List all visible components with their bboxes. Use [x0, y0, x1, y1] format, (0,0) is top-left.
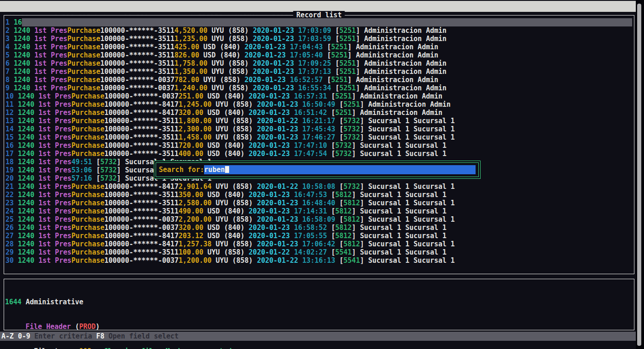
transaction-type: Purchase: [72, 199, 105, 207]
record-row[interactable]: 14 1240 1st PresPurchase100000-******-35…: [5, 125, 634, 133]
transaction-type: Purchase: [67, 76, 100, 84]
search-label: Search for:: [159, 166, 204, 174]
record-row[interactable]: 28 1240 1st PresPurchase100000-******-84…: [5, 240, 634, 248]
amount: 2,300.00: [178, 125, 211, 133]
amount: 490.00: [178, 207, 203, 215]
merchant-name: Administracion Admin: [364, 35, 447, 43]
record-row[interactable]: 25 1240 1st PresPurchase100000-******-00…: [5, 215, 634, 224]
record-row[interactable]: 17 1240 1st PresPurchase100000-******-35…: [5, 150, 634, 158]
bracket-close: ]: [356, 26, 360, 35]
record-type-name: 1st Pres: [34, 76, 67, 84]
currency-code: (858): [232, 215, 253, 224]
record-row[interactable]: 24 1240 1st PresPurchase100000-******-35…: [5, 207, 634, 215]
transaction-time: 17:04:43: [290, 43, 323, 51]
record-row[interactable]: 6 1240 1st PresPurchase100000-******-351…: [5, 59, 634, 68]
transaction-time: 16:57:31: [294, 92, 327, 100]
bracket-close: ]: [352, 224, 356, 232]
record-row[interactable]: 26 1240 1st PresPurchase100000-******-00…: [5, 224, 634, 232]
transaction-date: 2020-01-22: [249, 248, 290, 256]
record-row[interactable]: 13 1240 1st PresPurchase100000-******-35…: [5, 117, 634, 125]
currency-code: (858): [232, 182, 253, 191]
bracket-close: ]: [352, 248, 356, 256]
currency: UYU: [212, 26, 224, 35]
record-row[interactable]: 7 1240 1st PresPurchase100000-******-351…: [5, 68, 634, 76]
hotkey-label: Enter criteria: [34, 332, 92, 340]
record-row[interactable]: 8 1240 1st PresPurchase100000-******-003…: [5, 76, 634, 84]
transaction-time: 16:55:34: [298, 84, 331, 92]
card-number: 100000-******-8417: [105, 240, 179, 248]
mcc-code: 5732: [344, 182, 360, 191]
amount: 2,200.00: [178, 215, 211, 224]
record-type-code: 1240: [14, 76, 30, 84]
record-row[interactable]: 10 1240 1st PresPurchase100000-******-00…: [5, 92, 634, 100]
record-row[interactable]: 12 1240 1st PresPurchase100000-******-84…: [5, 109, 634, 117]
transaction-date: 2020-01-23: [249, 207, 290, 215]
row-number: 22: [5, 191, 14, 199]
card-number: 100000-******-3511: [100, 68, 175, 76]
record-row[interactable]: 5 1240 1st PresPurchase100000-******-351…: [5, 51, 634, 59]
transaction-type: Purchase: [72, 224, 105, 232]
hotkey[interactable]: F8: [96, 332, 105, 340]
scrollbar-track[interactable]: [636, 0, 644, 349]
card-number: 100000-******-3511: [105, 248, 179, 256]
amount: 2,580.00: [178, 199, 211, 207]
mcc-code: 5732: [100, 166, 117, 174]
hotkey[interactable]: A-Z: [1, 332, 14, 340]
row-number: 3: [5, 35, 10, 43]
row-number: 2: [5, 26, 10, 35]
hotkey[interactable]: 0-9: [18, 332, 30, 340]
record-row[interactable]: 15 1240 1st PresPurchase100000-******-35…: [5, 133, 634, 141]
record-list-panel: Record list 1 1644 File HeaderPROD 2020-…: [4, 15, 634, 274]
bracket-close: ]: [356, 68, 360, 76]
row-number: 20: [5, 174, 14, 182]
card-number: 100000-******-0037: [100, 76, 175, 84]
amount: 100.00: [178, 248, 203, 256]
transaction-time: 16:21:17: [302, 117, 335, 125]
record-type-code: 1240: [18, 92, 34, 100]
transaction-date: 2020-01-23: [253, 35, 294, 43]
amount: 251.00: [178, 92, 203, 100]
record-row-selected[interactable]: 1 1644 File HeaderPROD 2020-Jan-27 Proc.…: [5, 18, 634, 26]
key-hints-bar: A-Z 0-9 Enter criteria F8 Open field sel…: [0, 332, 636, 341]
amount: 782.00: [174, 76, 199, 84]
hotkey-label: Open field select: [109, 332, 179, 340]
scrollbar-thumb[interactable]: [637, 4, 641, 346]
row-number: 11: [5, 100, 14, 109]
record-row[interactable]: 2 1240 1st PresPurchase100000-******-351…: [5, 26, 634, 35]
record-type-code: 1240: [18, 100, 34, 109]
transaction-date: 2020-01-23: [249, 109, 290, 117]
record-row[interactable]: 11 1240 1st PresPurchase100000-******-84…: [5, 100, 634, 109]
record-row[interactable]: 29 1240 1st PresPurchase100000-******-35…: [5, 248, 634, 256]
card-number: 100000-******-0037: [105, 215, 179, 224]
record-type-code: 1240: [14, 84, 30, 92]
transaction-time: 16:52:57: [290, 76, 323, 84]
currency-code: (840): [224, 191, 245, 199]
card-number: 100000-******-3511: [105, 117, 179, 125]
transaction-date: 2020-01-23: [253, 26, 294, 35]
card-number: 100000-******-0037: [105, 224, 179, 232]
mcc-code: 5812: [344, 215, 360, 224]
transaction-type: Purchase: [67, 43, 100, 51]
row-number: 23: [5, 199, 14, 207]
record-row[interactable]: 4 1240 1st PresPurchase100000-******-351…: [5, 43, 634, 51]
merchant-name: Sucursal 1 Sucursal 1: [360, 248, 447, 256]
transaction-type: Purchase: [72, 256, 105, 265]
row-number: 27: [5, 232, 14, 240]
search-dialog-inner: Search for:ruben: [156, 162, 479, 177]
bracket-close: ]: [360, 215, 364, 224]
mcc-code: 5251: [344, 100, 360, 109]
search-input[interactable]: ruben: [204, 165, 476, 174]
record-row[interactable]: 30 1240 1st PresPurchase100000-******-00…: [5, 256, 634, 265]
record-row[interactable]: 16 1240 1st PresPurchase100000-******-35…: [5, 141, 634, 150]
record-row[interactable]: 3 1240 1st PresPurchase100000-******-351…: [5, 35, 634, 43]
merchant-name: Sucursal 1 Sucursal 1: [368, 133, 455, 141]
record-row[interactable]: 21 1240 1st PresPurchase100000-******-84…: [5, 182, 634, 191]
mcc-code: 5251: [335, 109, 352, 117]
record-type-name: 1st Pres: [38, 158, 71, 166]
record-row[interactable]: 27 1240 1st PresPurchase100000-******-84…: [5, 232, 634, 240]
record-row[interactable]: 23 1240 1st PresPurchase100000-******-35…: [5, 199, 634, 207]
record-row[interactable]: 9 1240 1st PresPurchase100000-******-003…: [5, 84, 634, 92]
record-type-name: 1st Pres: [38, 133, 71, 141]
record-row[interactable]: 22 1240 1st PresPurchase100000-******-35…: [5, 191, 634, 199]
terminal-screen: file20 -- 6,616,625 bytes, 10,990 record…: [0, 0, 644, 349]
